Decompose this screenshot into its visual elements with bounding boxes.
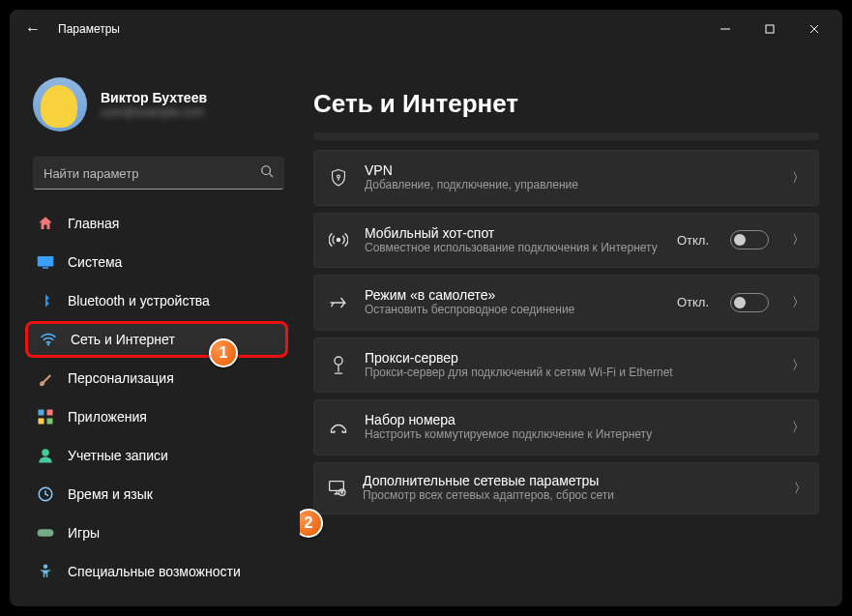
page-title: Сеть и Интернет (313, 48, 819, 132)
home-icon (37, 215, 54, 232)
card-title: Дополнительные сетевые параметры (363, 473, 779, 488)
profile-name: Виктор Бухтеев (101, 90, 207, 105)
sidebar-item-time[interactable]: Время и язык (25, 476, 288, 513)
chevron-right-icon: 〉 (792, 357, 805, 374)
svg-point-13 (42, 449, 49, 456)
card-subtitle: Прокси-сервер для подключений к сетям Wi… (365, 366, 777, 381)
search-input[interactable] (44, 166, 260, 181)
minimize-button[interactable] (703, 14, 748, 44)
card-dialup[interactable]: Набор номераНастроить коммутируемое подк… (313, 399, 819, 455)
wifi-icon (40, 331, 57, 348)
svg-point-4 (262, 166, 271, 175)
sidebar-item-bluetooth[interactable]: Bluetooth и устройства (25, 282, 288, 319)
settings-window: ← Параметры Виктор Бухтеев user@example.… (10, 10, 842, 606)
hotspot-icon (328, 231, 349, 249)
profile-email: user@example.com (101, 105, 207, 119)
sidebar-item-label: Время и язык (68, 486, 153, 502)
chevron-right-icon: 〉 (792, 169, 805, 187)
advanced-icon (326, 480, 347, 497)
svg-line-5 (270, 174, 274, 178)
sidebar-nav: ГлавнаяСистемаBluetooth и устройстваСеть… (25, 203, 292, 606)
maximize-button[interactable] (748, 14, 792, 44)
avatar (33, 77, 87, 132)
card-subtitle: Остановить беспроводное соединение (365, 303, 661, 318)
toggle-switch[interactable] (730, 230, 769, 249)
time-icon (37, 485, 54, 503)
card-title: Мобильный хот-спот (365, 225, 661, 241)
sidebar-item-label: Приложения (68, 409, 147, 425)
card-title: Режим «в самолете» (365, 287, 661, 303)
sidebar-item-games[interactable]: Игры (25, 514, 288, 551)
dialup-icon (328, 420, 349, 435)
titlebar: ← Параметры (10, 10, 842, 48)
svg-point-17 (338, 175, 340, 178)
profile-block[interactable]: Виктор Бухтеев user@example.com (25, 48, 292, 151)
sidebar-item-apps[interactable]: Приложения (25, 398, 288, 435)
sidebar-item-system[interactable]: Система (25, 244, 288, 280)
search-box[interactable] (33, 157, 284, 190)
chevron-right-icon: 〉 (792, 419, 805, 436)
svg-rect-10 (47, 410, 53, 416)
sidebar-item-label: Учетные записи (68, 448, 168, 463)
settings-cards: VPNДобавление, подключение, управление〉М… (313, 150, 819, 606)
svg-rect-12 (47, 419, 53, 425)
airplane-icon (328, 294, 349, 311)
card-subtitle: Добавление, подключение, управление (365, 178, 777, 193)
card-airplane[interactable]: Режим «в самолете»Остановить беспроводно… (313, 275, 819, 331)
sidebar-item-label: Персонализация (68, 370, 174, 386)
games-icon (37, 524, 54, 542)
card-advanced[interactable]: Дополнительные сетевые параметрыПросмотр… (313, 462, 819, 514)
svg-rect-6 (38, 256, 54, 267)
proxy-icon (328, 356, 349, 375)
sidebar: Виктор Бухтеев user@example.com ГлавнаяС… (10, 48, 300, 606)
main-content: Сеть и Интернет VPNДобавление, подключен… (300, 48, 842, 606)
account-icon (37, 447, 54, 464)
sidebar-item-label: Главная (68, 216, 119, 231)
access-icon (37, 563, 54, 580)
back-button[interactable]: ← (15, 20, 50, 38)
sidebar-item-brush[interactable]: Персонализация (25, 360, 288, 396)
app-title: Параметры (58, 22, 120, 36)
card-title: Набор номера (365, 412, 777, 427)
sidebar-item-label: Специальные возможности (68, 564, 241, 579)
close-button[interactable] (792, 14, 837, 44)
svg-rect-7 (43, 267, 48, 269)
brush-icon (37, 369, 54, 387)
card-subtitle: Настроить коммутируемое подключение к Ин… (365, 427, 777, 443)
previous-card-stub (313, 132, 819, 140)
status-label: Откл. (677, 233, 709, 248)
svg-point-19 (335, 357, 342, 365)
card-title: VPN (365, 162, 777, 178)
apps-icon (37, 408, 54, 425)
svg-rect-11 (39, 419, 44, 425)
toggle-switch[interactable] (730, 293, 769, 312)
chevron-right-icon: 〉 (792, 294, 805, 311)
svg-rect-15 (38, 529, 54, 537)
svg-point-18 (337, 239, 339, 242)
sidebar-item-label: Система (68, 254, 122, 270)
card-subtitle: Просмотр всех сетевых адаптеров, сброс с… (363, 488, 779, 504)
chevron-right-icon: 〉 (792, 231, 805, 249)
vpn-icon (328, 168, 349, 188)
card-vpn[interactable]: VPNДобавление, подключение, управление〉 (313, 150, 819, 206)
card-proxy[interactable]: Прокси-серверПрокси-сервер для подключен… (313, 337, 819, 394)
svg-point-8 (47, 343, 49, 345)
sidebar-item-wifi[interactable]: Сеть и Интернет (25, 321, 288, 358)
svg-point-16 (44, 565, 48, 570)
sidebar-item-account[interactable]: Учетные записи (25, 437, 288, 474)
sidebar-item-label: Сеть и Интернет (71, 332, 175, 347)
sidebar-item-home[interactable]: Главная (25, 205, 288, 242)
sidebar-item-label: Bluetooth и устройства (68, 293, 210, 308)
bluetooth-icon (37, 292, 54, 309)
svg-rect-1 (766, 25, 774, 33)
svg-rect-9 (39, 410, 44, 416)
card-hotspot[interactable]: Мобильный хот-спотСовместное использован… (313, 213, 819, 269)
sidebar-item-label: Игры (68, 525, 100, 541)
card-subtitle: Совместное использование подключения к И… (365, 241, 661, 256)
status-label: Откл. (677, 295, 709, 309)
system-icon (37, 253, 54, 271)
sidebar-item-access[interactable]: Специальные возможности (25, 553, 288, 590)
card-title: Прокси-сервер (365, 350, 777, 366)
chevron-right-icon: 〉 (794, 480, 807, 497)
annotation-badge-1: 1 (209, 338, 238, 367)
